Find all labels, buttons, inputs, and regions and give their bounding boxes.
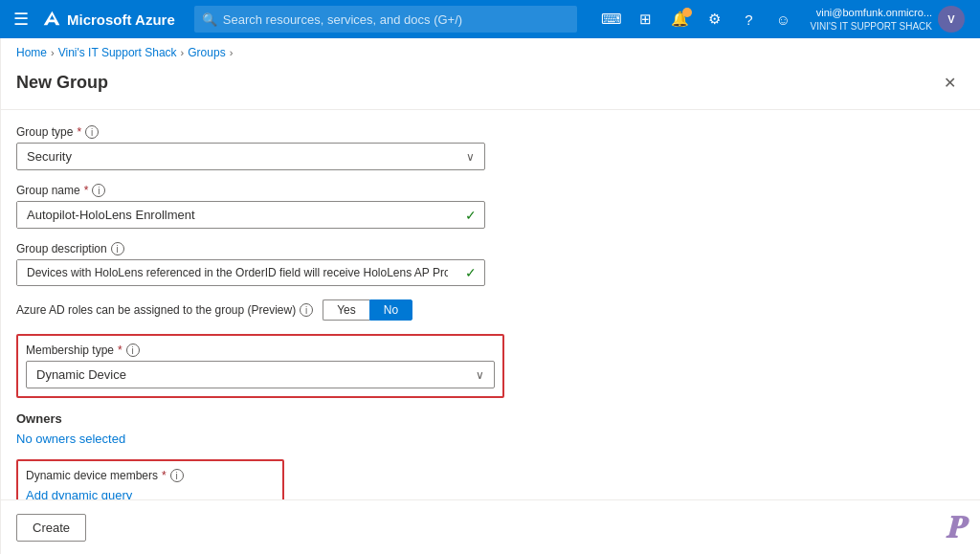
- group-name-field: Group name * i ✓: [16, 184, 965, 229]
- group-name-input[interactable]: [17, 202, 457, 228]
- search-icon: 🔍: [202, 12, 217, 27]
- feedback-icon: ☺: [776, 11, 791, 28]
- check-icon: ✓: [457, 208, 484, 223]
- panel-footer: Create 𝐏: [1, 499, 980, 554]
- panel-body: Group type * i Security ∨ Group name * i: [1, 110, 980, 499]
- new-group-panel: Home › Vini's IT Support Shack › Groups …: [0, 38, 980, 554]
- user-email: vini@bomfunk.onmicro...: [816, 6, 932, 19]
- breadcrumb-tenant[interactable]: Vini's IT Support Shack: [58, 46, 177, 59]
- directory-button[interactable]: ⊞: [631, 4, 661, 34]
- required-indicator: *: [77, 125, 81, 139]
- azure-ad-toggle: Yes No: [323, 299, 412, 321]
- breadcrumb-sep-3: ›: [230, 47, 234, 58]
- group-desc-info-icon[interactable]: i: [111, 242, 124, 255]
- group-type-value: Security: [27, 149, 72, 164]
- group-name-input-wrapper: ✓: [16, 201, 485, 229]
- membership-type-select[interactable]: Dynamic Device ∨: [26, 361, 495, 388]
- group-description-label: Group description i: [16, 242, 965, 255]
- directory-icon: ⊞: [639, 11, 652, 28]
- user-avatar: V: [938, 6, 965, 33]
- user-info: vini@bomfunk.onmicro... VINI'S IT SUPPOR…: [811, 6, 933, 32]
- required-indicator-2: *: [84, 184, 89, 197]
- breadcrumb: Home › Vini's IT Support Shack › Groups …: [1, 38, 980, 63]
- group-type-select[interactable]: Security ∨: [16, 143, 485, 170]
- user-menu-button[interactable]: vini@bomfunk.onmicro... VINI'S IT SUPPOR…: [803, 2, 973, 36]
- feedback-button[interactable]: ☺: [768, 4, 799, 34]
- azure-ad-roles-label: Azure AD roles can be assigned to the gr…: [16, 303, 313, 317]
- search-input[interactable]: [194, 6, 577, 33]
- nav-icons-group: ⌨ ⊞ 🔔 ⚙ ? ☺ vini@bomfunk.onmicro... VINI…: [596, 2, 973, 36]
- owners-title: Owners: [16, 411, 965, 426]
- no-owners-link[interactable]: No owners selected: [16, 432, 125, 446]
- dynamic-members-info-icon[interactable]: i: [170, 469, 184, 482]
- azure-logo-text: Microsoft Azure: [67, 11, 175, 28]
- membership-type-section: Membership type * i Dynamic Device ∨: [16, 334, 504, 398]
- breadcrumb-groups[interactable]: Groups: [188, 46, 225, 59]
- group-description-input-wrapper: ✓: [16, 259, 485, 286]
- footer-logo: 𝐏: [946, 512, 965, 543]
- group-name-label: Group name * i: [16, 184, 965, 197]
- yes-toggle-button[interactable]: Yes: [323, 299, 369, 321]
- main-container: Home › Vini's IT Support Shack › Groups …: [0, 38, 980, 554]
- azure-logo-icon: [42, 10, 61, 29]
- required-indicator-4: *: [162, 469, 167, 482]
- required-indicator-3: *: [118, 343, 122, 357]
- settings-button[interactable]: ⚙: [700, 4, 730, 34]
- azure-logo: Microsoft Azure: [42, 10, 175, 29]
- azure-ad-roles-row: Azure AD roles can be assigned to the gr…: [16, 299, 965, 321]
- chevron-down-icon: ∨: [466, 150, 475, 164]
- breadcrumb-sep-2: ›: [181, 47, 185, 58]
- user-org: VINI'S IT SUPPORT SHACK: [811, 20, 933, 33]
- membership-chevron-icon: ∨: [476, 368, 484, 382]
- page-title: New Group: [16, 73, 108, 93]
- close-button[interactable]: ✕: [934, 67, 965, 98]
- group-type-field: Group type * i Security ∨: [16, 125, 965, 170]
- dynamic-members-label: Dynamic device members * i: [26, 469, 275, 482]
- hamburger-menu-button[interactable]: ☰: [8, 5, 34, 33]
- cloud-shell-icon: ⌨: [601, 11, 622, 28]
- create-button[interactable]: Create: [16, 514, 86, 542]
- group-name-info-icon[interactable]: i: [92, 184, 105, 197]
- no-toggle-button[interactable]: No: [369, 299, 412, 321]
- owners-section: Owners No owners selected: [16, 411, 965, 446]
- help-button[interactable]: ?: [734, 4, 765, 34]
- dynamic-members-section: Dynamic device members * i Add dynamic q…: [16, 459, 284, 499]
- breadcrumb-sep-1: ›: [51, 47, 55, 58]
- membership-type-value: Dynamic Device: [36, 367, 126, 382]
- nav-bar: ☰ Microsoft Azure 🔍 ⌨ ⊞ 🔔 ⚙ ? ☺: [0, 0, 980, 38]
- panel-header: New Group ✕: [1, 63, 980, 110]
- breadcrumb-home[interactable]: Home: [16, 46, 47, 59]
- group-type-label: Group type * i: [16, 125, 965, 139]
- group-description-input[interactable]: [17, 260, 457, 285]
- group-description-field: Group description i ✓: [16, 242, 965, 286]
- check-icon-2: ✓: [457, 265, 484, 280]
- p-logo-icon: 𝐏: [946, 512, 965, 543]
- help-icon: ?: [745, 11, 752, 28]
- membership-type-info-icon[interactable]: i: [126, 343, 140, 357]
- add-dynamic-query-link[interactable]: Add dynamic query: [26, 488, 132, 499]
- gear-icon: ⚙: [708, 11, 721, 28]
- group-type-info-icon[interactable]: i: [85, 125, 99, 139]
- cloud-shell-button[interactable]: ⌨: [596, 4, 627, 34]
- membership-type-label: Membership type * i: [26, 343, 495, 357]
- notifications-button[interactable]: 🔔: [665, 4, 696, 34]
- global-search: 🔍: [194, 6, 577, 33]
- notification-badge: [682, 8, 692, 17]
- azure-ad-info-icon[interactable]: i: [300, 303, 313, 317]
